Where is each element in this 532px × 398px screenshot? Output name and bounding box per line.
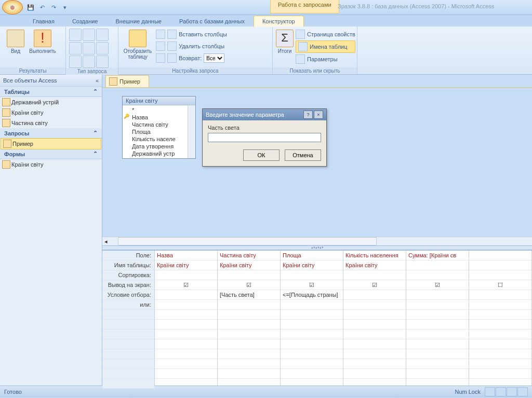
table-names-icon (298, 42, 308, 51)
numlock-indicator: Num Lock (455, 389, 481, 395)
nav-group-header[interactable]: Формы⌃ (0, 149, 102, 159)
nav-item[interactable]: Країни світу (0, 107, 102, 118)
close-icon[interactable]: × (314, 111, 323, 119)
view-button[interactable]: Вид (3, 28, 28, 54)
tab-design[interactable]: Конструктор (254, 16, 304, 27)
query-type-buttons[interactable] (69, 28, 109, 68)
grid-row-label: Сортировка: (102, 270, 154, 280)
grid-column[interactable]: ПлощаКраїни світу☑<=[Площадь страны] (281, 251, 343, 386)
return-row: Возврат:Все (167, 52, 227, 64)
parameters-button[interactable]: Параметры (296, 53, 355, 65)
chevron-up-icon: ⌃ (93, 130, 98, 136)
grid-row-label: Условие отбора: (102, 290, 154, 300)
field-item[interactable]: Частина світу (123, 121, 195, 128)
undo-icon[interactable]: ↶ (37, 3, 47, 12)
window-title: Зразок 3.8.8 : база данных (Access 2007)… (338, 3, 494, 9)
table-field-list[interactable]: Країни світу *НазваЧастина світуПлощаКіл… (122, 96, 196, 159)
ribbon: Вид !Выполнить Результаты Тип запроса От… (0, 26, 532, 75)
splitter[interactable]: ▴▾▴▾▴▾ (102, 245, 532, 250)
field-item[interactable]: * (123, 106, 195, 114)
property-sheet-button[interactable]: Страница свойств (296, 29, 355, 40)
object-icon (2, 108, 10, 117)
dialog-label: Часть света (208, 125, 321, 131)
cancel-button[interactable]: Отмена (285, 149, 321, 161)
return-select[interactable]: Все (204, 53, 224, 63)
nav-item[interactable]: Пример (1, 138, 101, 149)
parameters-icon (296, 54, 305, 64)
scrollbar[interactable] (188, 106, 195, 158)
qat-dropdown-icon[interactable]: ▾ (60, 3, 70, 12)
status-bar: Готово Num Lock (0, 386, 532, 397)
insert-rows-button[interactable] (156, 29, 165, 40)
nav-item[interactable]: Державний устрій (0, 97, 102, 107)
insert-rows-icon (156, 30, 165, 39)
return-icon (167, 53, 177, 63)
grid-column[interactable]: НазваКраїни світу☑ (155, 251, 218, 386)
navigation-pane: Все объекты Access« Таблицы⌃Державний ус… (0, 75, 102, 386)
group-results: Результаты (0, 67, 65, 74)
nav-group-header[interactable]: Запросы⌃ (0, 128, 102, 139)
delete-columns-icon (167, 42, 177, 51)
parameter-dialog: Введите значение параметра?× Часть света… (202, 108, 327, 167)
grid-row-label: Поле: (102, 251, 154, 260)
field-item[interactable]: Кількість населе (123, 135, 195, 143)
object-icon (2, 160, 10, 169)
grid-column[interactable]: ☐ (469, 251, 532, 386)
horizontal-scrollbar[interactable]: ◂ (102, 237, 532, 245)
delete-columns-button[interactable]: Удалить столбцы (167, 40, 227, 52)
delete-rows-button[interactable] (156, 40, 165, 52)
builder-button[interactable] (156, 52, 165, 64)
nav-header[interactable]: Все объекты Access« (0, 75, 102, 87)
grid-column[interactable]: Сумма: [Країни св☑ (406, 251, 469, 386)
run-button[interactable]: !Выполнить (30, 28, 55, 54)
document-tab[interactable]: Пример (105, 75, 149, 87)
redo-icon[interactable]: ↷ (49, 3, 58, 12)
quick-access-toolbar: 💾 ↶ ↷ ▾ (26, 3, 70, 12)
nav-group-header[interactable]: Таблицы⌃ (0, 87, 102, 97)
run-icon: ! (34, 30, 51, 47)
tab-external-data[interactable]: Внешние данные (107, 16, 170, 26)
group-query-type: Тип запроса (66, 68, 118, 75)
object-icon (2, 98, 10, 106)
tab-database-tools[interactable]: Работа с базами данных (170, 16, 254, 26)
parameter-input[interactable] (208, 133, 321, 142)
group-query-setup: Настройка запроса (118, 67, 272, 74)
property-sheet-icon (296, 30, 305, 39)
contextual-title: Работа с запросами (270, 0, 339, 13)
tab-create[interactable]: Создание (63, 16, 107, 26)
table-names-button[interactable]: Имена таблиц (296, 40, 355, 53)
totals-button[interactable]: ΣИтоги (276, 28, 294, 54)
chevron-up-icon: ⌃ (93, 88, 98, 95)
status-text: Готово (4, 389, 22, 395)
grid-row-label: Имя таблицы: (102, 260, 154, 270)
insert-columns-button[interactable]: Вставить столбцы (167, 29, 227, 40)
tab-home[interactable]: Главная (24, 16, 63, 26)
dialog-title: Введите значение параметра (206, 112, 284, 118)
insert-columns-icon (167, 30, 177, 39)
query-icon (109, 77, 117, 86)
nav-item[interactable]: Частина світу (0, 118, 102, 128)
nav-item[interactable]: Країни світу (0, 159, 102, 170)
ok-button[interactable]: ОК (243, 149, 280, 161)
group-show-hide: Показать или скрыть (273, 67, 357, 74)
field-item[interactable]: Державний устр (123, 150, 195, 157)
view-shortcuts[interactable] (485, 387, 528, 396)
field-item[interactable]: Назва (123, 114, 195, 121)
builder-icon (156, 53, 165, 63)
object-icon (2, 119, 10, 127)
object-icon (3, 140, 11, 148)
query-design-surface[interactable]: Країни світу *НазваЧастина світуПлощаКіл… (102, 87, 532, 245)
show-table-icon (129, 30, 147, 47)
grid-row-label: или: (102, 300, 154, 310)
table-title: Країни світу (123, 97, 195, 105)
show-table-button[interactable]: Отобразить таблицу (122, 28, 154, 60)
save-icon[interactable]: 💾 (26, 3, 35, 12)
help-icon[interactable]: ? (303, 111, 313, 119)
chevron-left-icon[interactable]: « (96, 77, 99, 84)
office-button[interactable]: ◎ (2, 0, 23, 15)
grid-column[interactable]: Кількість населенняКраїни світу☑ (343, 251, 406, 386)
field-item[interactable]: Площа (123, 128, 195, 135)
grid-column[interactable]: Частина світуКраїни світу☑[Часть света] (218, 251, 281, 386)
datasheet-icon (7, 30, 24, 47)
field-item[interactable]: Дата утворення (123, 143, 195, 150)
